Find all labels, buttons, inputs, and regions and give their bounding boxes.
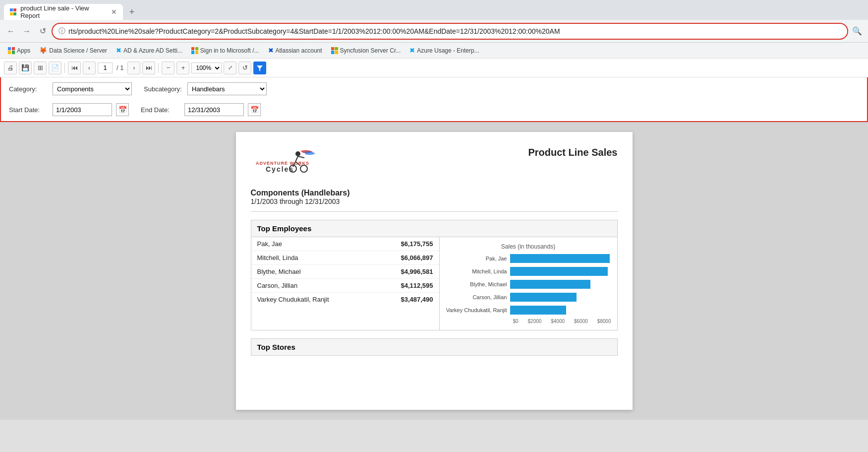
category-label: Category: bbox=[9, 85, 49, 93]
svg-point-7 bbox=[300, 165, 307, 172]
fit-button[interactable]: ⤢ bbox=[224, 62, 236, 74]
employee-name-2: Mitchell, Linda bbox=[257, 254, 298, 261]
employee-row-4: Carson, Jillian $4,112,595 bbox=[251, 279, 439, 293]
svg-marker-0 bbox=[257, 65, 263, 71]
save-button[interactable]: 💾 bbox=[19, 62, 32, 74]
bookmark-azure-usage[interactable]: ✖ Azure Usage - Enterp... bbox=[405, 45, 483, 56]
bookmark-syncfusion-label: Syncfusion Server Cr... bbox=[340, 47, 401, 54]
company-logo: ADVENTURE WORKS Cycles bbox=[251, 147, 325, 177]
search-button[interactable]: 🔍 bbox=[850, 24, 864, 38]
active-tab[interactable]: product Line sale - View Report ✕ bbox=[4, 4, 123, 20]
tab-close-button[interactable]: ✕ bbox=[111, 8, 117, 16]
top-employees-section: Top Employees Pak, Jae $6,175,755 Mitche… bbox=[251, 220, 618, 330]
next-page-button[interactable]: › bbox=[127, 62, 140, 74]
separator-2 bbox=[158, 63, 159, 73]
chart-bar-3 bbox=[510, 293, 577, 302]
chart-bar-row-1: Mitchell, Linda bbox=[446, 267, 611, 276]
chart-bar-row-2: Blythe, Michael bbox=[446, 280, 611, 289]
end-date-param-row: End Date: 📅 bbox=[141, 103, 261, 116]
start-date-calendar-button[interactable]: 📅 bbox=[116, 103, 129, 116]
x-label-0: $0 bbox=[513, 319, 519, 324]
subcategory-select[interactable]: Handlebars bbox=[187, 82, 267, 95]
bookmark-microsoft[interactable]: Sign in to Microsoft /... bbox=[187, 46, 263, 56]
filter-button[interactable] bbox=[253, 62, 266, 74]
chart-bar-row-0: Pak, Jae bbox=[446, 254, 611, 263]
refresh-button[interactable]: ↺ bbox=[238, 62, 251, 74]
bookmark-syncfusion[interactable]: Syncfusion Server Cr... bbox=[327, 46, 405, 56]
tab-favicon bbox=[10, 8, 16, 15]
lock-icon: ⓘ bbox=[58, 27, 65, 36]
bookmark-apps[interactable]: Apps bbox=[4, 46, 34, 56]
last-page-button[interactable]: ⏭ bbox=[142, 62, 155, 74]
bookmark-data-science-label: Data Science / Server bbox=[49, 47, 107, 54]
bookmark-azure-ad[interactable]: ✖ AD & Azure AD Setti... bbox=[112, 45, 186, 56]
employee-sales-4: $4,112,595 bbox=[401, 282, 433, 289]
end-date-calendar-button[interactable]: 📅 bbox=[248, 103, 261, 116]
subcategory-param-row: Subcategory: Handlebars bbox=[144, 82, 267, 95]
start-date-label: Start Date: bbox=[9, 106, 49, 114]
employee-sales-2: $6,066,897 bbox=[401, 254, 433, 261]
zoom-select[interactable]: 100% 75% 125% 150% bbox=[191, 63, 222, 73]
chart-bar-2 bbox=[510, 280, 590, 289]
back-button[interactable]: ← bbox=[4, 24, 18, 38]
azure-usage-favicon: ✖ bbox=[409, 47, 415, 54]
prev-page-button[interactable]: ‹ bbox=[83, 62, 96, 74]
bookmark-data-science[interactable]: 🦊 Data Science / Server bbox=[35, 45, 111, 56]
address-text: rts/product%20Line%20sale?ProductCategor… bbox=[68, 27, 841, 35]
reload-button[interactable]: ↺ bbox=[36, 24, 50, 38]
chart-title: Sales (in thousands) bbox=[446, 243, 611, 250]
report-subtitle-text: Components (Handlebars) bbox=[251, 189, 618, 197]
logo-svg: ADVENTURE WORKS Cycles bbox=[251, 147, 325, 177]
report-title: Product Line Sales bbox=[528, 147, 617, 158]
page-number-input[interactable] bbox=[98, 63, 113, 73]
chart-x-axis: $0 $2000 $4000 $6000 $8000 bbox=[513, 319, 611, 324]
first-page-button[interactable]: ⏮ bbox=[68, 62, 81, 74]
start-date-param-row: Start Date: 📅 bbox=[9, 103, 129, 116]
expand-button[interactable]: ⊞ bbox=[34, 62, 47, 74]
x-label-4000: $4000 bbox=[551, 319, 565, 324]
bookmark-azure-usage-label: Azure Usage - Enterp... bbox=[417, 47, 479, 54]
bookmarks-bar: Apps 🦊 Data Science / Server ✖ AD & Azur… bbox=[0, 43, 868, 59]
employee-name-1: Pak, Jae bbox=[257, 240, 283, 248]
employee-row-1: Pak, Jae $6,175,755 bbox=[251, 237, 439, 251]
employee-row-5: Varkey Chudukatil, Ranjit $3,487,490 bbox=[251, 293, 439, 306]
zoom-in-button[interactable]: + bbox=[176, 62, 189, 74]
chart-bar-1 bbox=[510, 267, 608, 276]
properties-button[interactable]: 📄 bbox=[49, 62, 61, 74]
report-page: ADVENTURE WORKS Cycles Product Line Sale… bbox=[236, 132, 633, 410]
forward-button[interactable]: → bbox=[20, 24, 34, 38]
employee-name-5: Varkey Chudukatil, Ranjit bbox=[257, 296, 329, 303]
chart-bars-container: Pak, JaeMitchell, LindaBlythe, MichaelCa… bbox=[446, 254, 611, 315]
page-of-label: / 1 bbox=[115, 64, 125, 71]
category-select[interactable]: Components bbox=[53, 82, 132, 95]
start-date-input[interactable] bbox=[53, 103, 112, 116]
chart-bar-row-4: Varkey Chudukatil, Ranjit bbox=[446, 306, 611, 315]
report-subtitle: Components (Handlebars) 1/1/2003 through… bbox=[251, 189, 618, 212]
employee-row-2: Mitchell, Linda $6,066,897 bbox=[251, 251, 439, 265]
employee-section: Pak, Jae $6,175,755 Mitchell, Linda $6,0… bbox=[251, 237, 617, 330]
employee-table: Pak, Jae $6,175,755 Mitchell, Linda $6,0… bbox=[251, 237, 440, 330]
bookmark-atlassian-label: Atlassian account bbox=[276, 47, 322, 54]
category-param-row: Category: Components bbox=[9, 82, 132, 95]
chart-bar-label-4: Varkey Chudukatil, Ranjit bbox=[446, 307, 510, 313]
atlassian-favicon: ✖ bbox=[268, 47, 274, 54]
zoom-out-button[interactable]: − bbox=[162, 62, 174, 74]
print-button[interactable]: 🖨 bbox=[4, 62, 17, 74]
top-employees-header: Top Employees bbox=[251, 220, 617, 237]
employee-row-3: Blythe, Michael $4,996,581 bbox=[251, 265, 439, 279]
azure-favicon: ✖ bbox=[116, 47, 121, 54]
new-tab-button[interactable]: + bbox=[125, 5, 139, 19]
x-label-2000: $2000 bbox=[528, 319, 542, 324]
tab-bar: product Line sale - View Report ✕ + bbox=[0, 0, 868, 20]
employee-sales-5: $3,487,490 bbox=[401, 296, 433, 303]
address-bar[interactable]: ⓘ rts/product%20Line%20sale?ProductCateg… bbox=[52, 23, 848, 40]
x-label-8000: $8000 bbox=[597, 319, 611, 324]
syncfusion-favicon bbox=[331, 47, 338, 54]
apps-favicon bbox=[8, 47, 15, 54]
end-date-input[interactable] bbox=[184, 103, 244, 116]
end-date-label: End Date: bbox=[141, 106, 180, 114]
svg-line-5 bbox=[298, 156, 304, 158]
chart-bar-label-2: Blythe, Michael bbox=[446, 281, 510, 287]
ms-favicon bbox=[191, 47, 198, 54]
bookmark-atlassian[interactable]: ✖ Atlassian account bbox=[264, 45, 326, 56]
